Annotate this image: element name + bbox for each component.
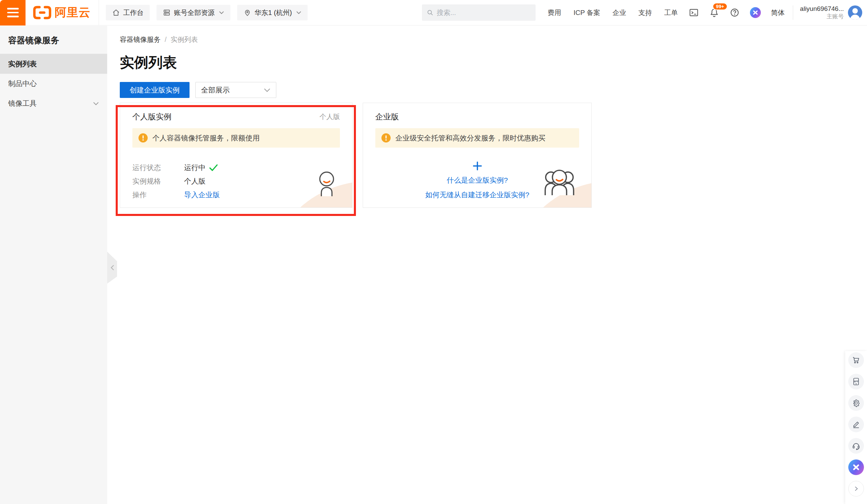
settings-button[interactable] [848,395,864,411]
sidebar-item-image-tools[interactable]: 镜像工具 [0,94,107,113]
topbar: 阿里云 工作台 账号全部资源 华东1 (杭州) [0,0,867,25]
chevron-down-icon [93,102,99,106]
global-search [422,4,536,21]
breadcrumb-separator: / [165,36,167,44]
aliyun-logo[interactable]: 阿里云 [33,5,90,20]
status-value: 运行中 [184,163,205,173]
personal-alert-text: 个人容器镜像托管服务，限额使用 [152,133,260,143]
topbar-menu: 费用 ICP 备案 企业 支持 工单 [548,8,678,17]
sidebar-item-instance-list[interactable]: 实例列表 [0,54,107,74]
headset-icon [852,441,860,450]
create-instance-plus-button[interactable] [472,161,483,172]
user-divider [793,6,793,20]
instance-cards: 个人版实例 个人版 个人容器镜像托管服务，限额使用 运行状态 [120,103,867,208]
personal-card-wrapper: 个人版实例 个人版 个人容器镜像托管服务，限额使用 运行状态 [120,103,353,208]
breadcrumb-root[interactable]: 容器镜像服务 [120,35,161,44]
chevron-down-icon [264,88,270,92]
sidebar-item-artifact-center[interactable]: 制品中心 [0,74,107,94]
search-input[interactable] [437,9,531,17]
warning-icon [139,133,148,142]
chevron-down-icon [219,11,224,14]
topbar-icons: 99+ [689,7,761,18]
aliyun-logo-icon [33,6,51,20]
topbar-divider [99,0,99,25]
account-type-label: 主账号 [800,13,844,20]
feedback-button[interactable] [848,417,864,432]
warning-icon [382,133,390,142]
page-title: 实例列表 [120,53,867,72]
toolbar-collapse-button[interactable] [848,481,864,496]
menu-item-icp[interactable]: ICP 备案 [574,8,601,17]
account-username: aliyun696746... [800,5,844,13]
controls-row: 创建企业版实例 全部展示 [120,82,867,98]
sidebar-title: 容器镜像服务 [0,26,107,54]
spec-value: 个人版 [184,176,205,186]
cart-icon [852,356,860,364]
personal-detail-rows: 运行状态 运行中 实例规格 个人版 [132,163,340,200]
main-content: 容器镜像服务 / 实例列表 实例列表 创建企业版实例 全部展示 个人版实例 个人… [107,26,867,504]
status-row: 运行状态 运行中 [132,163,340,173]
personal-alert-banner: 个人容器镜像托管服务，限额使用 [132,128,340,147]
menu-item-tickets[interactable]: 工单 [664,8,678,17]
personal-card-tag: 个人版 [320,112,340,121]
location-pin-icon [243,9,251,17]
action-row: 操作 导入企业版 [132,190,340,200]
language-selector[interactable]: 简体 [771,8,785,17]
enterprise-alert-banner: 企业级安全托管和高效分发服务，限时优惠购买 [375,128,579,147]
enterprise-create-area: 什么是企业版实例? 如何无缝从自建迁移企业版实例? [375,161,579,202]
home-icon [112,9,120,17]
help-icon[interactable] [729,8,740,18]
create-enterprise-instance-button[interactable]: 创建企业版实例 [120,82,190,98]
aliyun-logo-text: 阿里云 [55,5,90,20]
menu-item-support[interactable]: 支持 [638,8,652,17]
enterprise-card: 企业版 企业级安全托管和高效分发服务，限时优惠购买 [363,103,592,208]
region-selector[interactable]: 华东1 (杭州) [237,5,308,20]
app-icon: APP [852,377,860,386]
breadcrumb: 容器镜像服务 / 实例列表 [120,35,867,44]
sidebar: 容器镜像服务 实例列表 制品中心 镜像工具 [0,26,107,504]
gear-icon [852,398,860,407]
avatar[interactable] [848,6,862,20]
enterprise-card-title: 企业版 [375,111,399,122]
personal-instance-card: 个人版实例 个人版 个人容器镜像托管服务，限额使用 运行状态 [120,103,353,208]
workbench-button[interactable]: 工作台 [106,5,150,20]
floating-toolbar: APP [845,351,867,504]
how-to-migrate-link[interactable]: 如何无缝从自建迁移企业版实例? [425,187,529,202]
pencil-icon [852,420,860,429]
account-info[interactable]: aliyun696746... 主账号 [800,5,844,21]
mobile-app-button[interactable]: APP [848,374,864,390]
plus-icon [472,161,483,172]
breadcrumb-current: 实例列表 [171,35,198,44]
aliyun-console: 阿里云 工作台 账号全部资源 华东1 (杭州) [0,0,867,504]
menu-item-billing[interactable]: 费用 [548,8,561,17]
personal-card-title: 个人版实例 [132,111,171,122]
svg-text:APP: APP [854,380,859,383]
what-is-enterprise-link[interactable]: 什么是企业版实例? [447,173,508,187]
ai-assistant-icon[interactable] [750,7,761,18]
account-resources-button[interactable]: 账号全部资源 [157,5,231,20]
check-icon [209,164,218,172]
cloudshell-terminal-icon[interactable] [689,8,699,18]
hamburger-menu-button[interactable] [0,0,25,25]
ai-x-icon [852,463,860,471]
chevron-left-icon [110,264,115,271]
chevron-down-icon [296,11,301,14]
dropdown-selected-value: 全部展示 [201,85,230,95]
menu-item-enterprise[interactable]: 企业 [612,8,626,17]
resources-stack-icon [163,9,171,17]
ai-assistant-button[interactable] [848,459,864,475]
notifications-bell-icon[interactable]: 99+ [709,8,719,18]
support-button[interactable] [848,438,864,454]
cart-button[interactable] [848,352,864,368]
display-filter-dropdown[interactable]: 全部展示 [195,82,276,98]
spec-row: 实例规格 个人版 [132,176,340,186]
notification-badge: 99+ [713,3,728,10]
search-icon [427,9,434,16]
enterprise-alert-text: 企业级安全托管和高效分发服务，限时优惠购买 [395,133,545,143]
chevron-right-icon [853,486,859,492]
import-enterprise-link[interactable]: 导入企业版 [184,190,220,200]
